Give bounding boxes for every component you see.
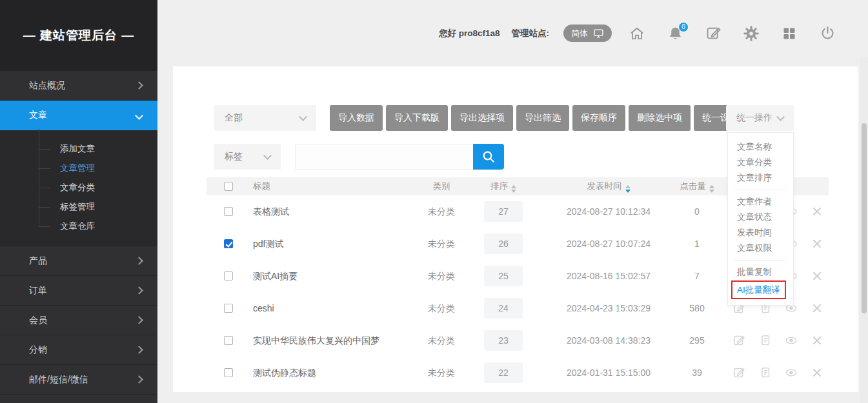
submenu-item-add-article[interactable]: 添加文章 [0,139,157,159]
chevron-right-icon [135,286,143,295]
row-sort-value[interactable]: 22 [484,362,523,383]
copy-icon[interactable] [758,333,772,348]
unified-operations-dropdown[interactable]: 统一操作 [726,105,794,131]
menu-item-publish-time[interactable]: 发表时间 [728,225,793,241]
row-sort-value[interactable]: 27 [484,201,523,222]
tag-filter-dropdown[interactable]: 标签 [214,144,281,170]
sidebar-item-mail-sms-wechat[interactable]: 邮件/短信/微信 [0,365,157,395]
row-title[interactable]: 实现中华民族伟大复兴的中国梦 [253,324,379,357]
submenu-item-tag-manage[interactable]: 标签管理 [0,197,157,217]
select-all-checkbox[interactable] [224,182,233,191]
import-data-button[interactable]: 导入数据 [330,105,383,131]
sidebar-item-members[interactable]: 会员 [0,306,157,335]
row-clicks: 39 [665,357,729,389]
category-filter-dropdown[interactable]: 全部 [214,105,316,131]
delete-x-icon[interactable] [810,333,824,348]
col-clicks[interactable]: 点击量 [665,177,729,195]
settings-gear-icon[interactable] [743,25,760,42]
scrollbar-thumb[interactable] [862,123,867,313]
delete-x-icon[interactable] [810,301,824,315]
language-switcher[interactable]: 简体 [563,25,612,42]
row-checkbox[interactable] [224,336,233,345]
row-checkbox[interactable] [224,304,233,313]
export-selected-button[interactable]: 导出选择项 [451,105,513,131]
delete-selected-button[interactable]: 删除选中项 [629,105,691,131]
row-title[interactable]: 表格测试 [253,195,289,228]
sidebar-item-orders[interactable]: 订单 [0,276,157,306]
chevron-down-icon [135,112,143,120]
row-checkbox[interactable] [224,239,233,248]
sidebar-item-label: 会员 [29,315,47,326]
home-icon[interactable] [629,25,645,42]
submenu-item-article-warehouse[interactable]: 文章仓库 [0,217,157,236]
sidebar-item-label: 产品 [29,255,47,267]
sidebar-item-articles[interactable]: 文章 [0,101,157,130]
chevron-right-icon [135,375,143,384]
submenu-item-article-manage[interactable]: 文章管理 [0,159,157,178]
menu-item-article-order[interactable]: 文章排序 [728,170,793,186]
search-input[interactable] [295,144,473,170]
row-title[interactable]: 测试伪静态标题 [253,357,316,389]
delete-x-icon[interactable] [810,366,824,380]
row-sort-value[interactable]: 26 [484,233,523,254]
copy-icon[interactable] [758,366,772,380]
articles-submenu: 添加文章 文章管理 文章分类 标签管理 文章仓库 [0,130,157,246]
row-sort-value[interactable]: 24 [484,298,523,319]
delete-x-icon[interactable] [810,269,824,283]
delete-x-icon[interactable] [810,237,824,251]
admin-page: — 建站管理后台 — 站点概况 文章 添加文章 文章管理 文章分类 标签管理 文… [0,0,868,403]
sidebar-item-distribution[interactable]: 分销 [0,335,157,365]
apps-grid-icon[interactable] [781,25,798,42]
edit-icon[interactable] [732,333,747,348]
category-filter-value: 全部 [225,112,243,124]
table-row: 实现中华民族伟大复兴的中国梦 未分类 23 2024-03-08 14:38:2… [173,324,858,357]
row-title[interactable]: 测试AI摘要 [253,260,298,292]
user-greeting: 您好 pro8cf1a8 [439,28,500,39]
scrollbar-track[interactable] [860,57,868,403]
view-eye-icon[interactable] [784,333,798,348]
delete-x-icon[interactable] [810,204,824,219]
chevron-right-icon [135,257,143,265]
import-download-button[interactable]: 导入下载版 [386,105,448,131]
view-eye-icon[interactable] [784,366,798,380]
sort-arrows-icon[interactable] [709,185,714,193]
search-button[interactable] [473,144,504,170]
menu-item-article-status[interactable]: 文章状态 [728,210,793,225]
chevron-down-icon [299,113,307,121]
top-bar: 您好 pro8cf1a8 管理站点: 简体 0 [157,0,868,66]
edit-icon[interactable] [732,366,747,380]
menu-item-ai-batch-translate[interactable]: AI批量翻译 [731,280,786,299]
row-date: 2024-08-27 10:07:24 [547,228,670,260]
sort-arrows-icon[interactable] [511,185,516,193]
save-order-button[interactable]: 保存顺序 [572,105,625,131]
compose-edit-icon[interactable] [705,25,722,42]
chevron-down-icon [776,113,785,121]
chevron-right-icon [135,81,143,90]
sort-arrows-icon[interactable] [625,185,631,193]
menu-item-article-category[interactable]: 文章分类 [728,155,793,170]
row-date: 2024-08-16 15:02:57 [547,260,670,292]
row-sort-value[interactable]: 23 [484,330,523,351]
menu-item-article-author[interactable]: 文章作者 [728,194,793,210]
sidebar-item-site-overview[interactable]: 站点概况 [0,71,157,101]
row-checkbox[interactable] [224,271,233,280]
chevron-right-icon [135,316,143,324]
submenu-item-article-category[interactable]: 文章分类 [0,178,157,197]
logout-power-icon[interactable] [819,25,836,42]
menu-item-article-permission[interactable]: 文章权限 [728,241,793,256]
monitor-icon [593,28,604,39]
search-icon [481,149,496,164]
col-sort[interactable]: 排序 [465,177,542,195]
row-sort-value[interactable]: 25 [484,266,523,286]
row-clicks: 0 [665,195,729,228]
export-filtered-button[interactable]: 导出筛选 [516,105,569,131]
row-title[interactable]: pdf测试 [253,228,283,260]
row-checkbox[interactable] [224,368,233,377]
menu-item-article-name[interactable]: 文章名称 [728,139,793,155]
menu-item-batch-copy[interactable]: 批量复制 [728,264,793,280]
notifications-bell-icon[interactable]: 0 [667,25,683,42]
row-title[interactable]: ceshi [253,292,274,324]
row-checkbox[interactable] [224,207,233,216]
sidebar-item-products[interactable]: 产品 [0,246,157,276]
col-date[interactable]: 发表时间 [547,177,670,195]
